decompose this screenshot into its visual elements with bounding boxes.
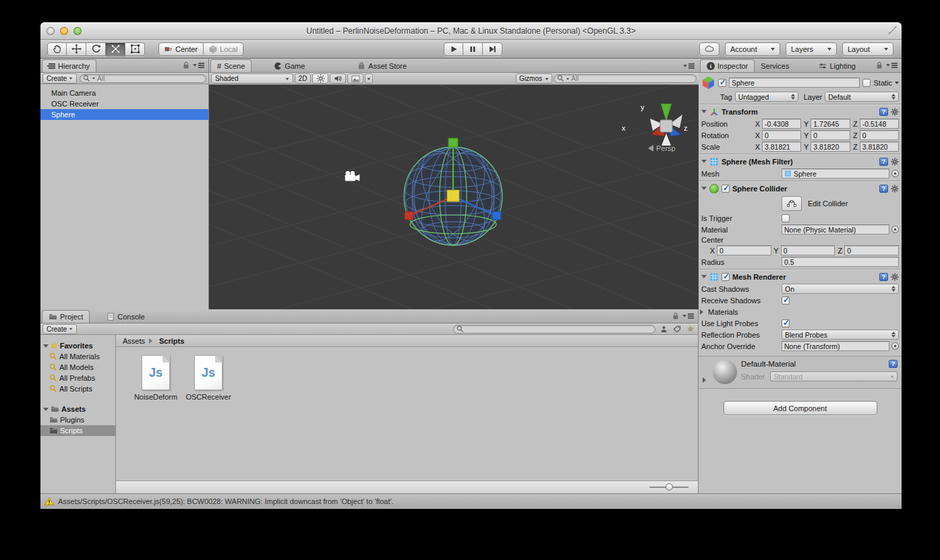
lock-icon[interactable] xyxy=(672,312,679,320)
panel-menu-icon[interactable] xyxy=(682,313,694,319)
file-oscreceiver[interactable]: Js OSCReceiver xyxy=(183,355,233,401)
reflection-probes-dropdown[interactable]: Blend Probes xyxy=(782,330,899,340)
effects-dropdown[interactable] xyxy=(365,73,373,84)
center-z-field[interactable]: 0 xyxy=(844,245,899,255)
favorites-filter-button[interactable]: ★ xyxy=(685,324,696,334)
add-component-button[interactable]: Add Component xyxy=(724,401,877,415)
rotation-z-field[interactable]: 0 xyxy=(860,130,899,140)
titlebar[interactable]: Untitled – PerlinNoiseDeformation – PC, … xyxy=(40,22,902,40)
2d-toggle-button[interactable]: 2D xyxy=(295,73,311,84)
position-x-field[interactable]: -0.4308 xyxy=(762,119,801,129)
foldout-open-icon[interactable] xyxy=(701,110,707,116)
rotate-tool-button[interactable] xyxy=(86,42,106,56)
tree-item-all-scripts[interactable]: All Scripts xyxy=(40,383,115,394)
status-bar[interactable]: Assets/Scripts/OSCReceiver.js(59,25): BC… xyxy=(40,493,902,508)
scene-audio-toggle[interactable] xyxy=(330,73,346,84)
static-checkbox[interactable] xyxy=(862,79,871,87)
help-icon[interactable] xyxy=(879,185,888,193)
help-icon[interactable] xyxy=(879,273,888,281)
scene-search-input[interactable]: All xyxy=(554,74,697,83)
cloud-services-button[interactable] xyxy=(699,42,719,56)
hierarchy-item-sphere[interactable]: Sphere xyxy=(40,109,208,120)
tab-game[interactable]: Game xyxy=(268,59,311,72)
project-create-button[interactable]: Create xyxy=(42,324,77,334)
perspective-toggle[interactable]: Persp xyxy=(645,144,676,152)
breadcrumb-current[interactable]: Scripts xyxy=(159,337,184,345)
materials-row[interactable]: Materials xyxy=(699,306,902,317)
tab-lighting[interactable]: Lighting xyxy=(813,59,862,72)
axis-x-label[interactable]: x xyxy=(622,124,626,132)
object-picker-icon[interactable] xyxy=(891,226,899,233)
space-local-button[interactable]: Local xyxy=(204,42,243,56)
breadcrumb-root[interactable]: Assets xyxy=(123,337,145,345)
layer-dropdown[interactable]: Default xyxy=(825,92,899,102)
cast-shadows-dropdown[interactable]: On xyxy=(782,284,899,294)
foldout-closed-icon[interactable] xyxy=(703,377,709,383)
foldout-open-icon[interactable] xyxy=(701,160,707,166)
renderer-enabled-checkbox[interactable] xyxy=(722,273,730,281)
layout-dropdown[interactable]: Layout xyxy=(842,42,893,56)
transform-header[interactable]: Transform xyxy=(699,104,902,118)
account-dropdown[interactable]: Account xyxy=(725,42,780,56)
search-by-type-button[interactable] xyxy=(658,324,669,334)
radius-field[interactable]: 0.5 xyxy=(782,257,899,267)
collider-enabled-checkbox[interactable] xyxy=(722,185,730,193)
zoom-slider[interactable] xyxy=(649,487,688,488)
zoom-slider-thumb[interactable] xyxy=(666,483,673,491)
foldout-open-icon[interactable] xyxy=(701,187,707,193)
help-icon[interactable] xyxy=(879,158,888,166)
physic-material-field[interactable]: None (Physic Material) xyxy=(782,224,889,235)
tree-item-favorites[interactable]: ★ Favorites xyxy=(40,340,115,351)
hierarchy-search-input[interactable]: All xyxy=(80,74,206,83)
edit-collider-button[interactable] xyxy=(782,196,802,211)
tab-project[interactable]: Project xyxy=(42,310,90,323)
gear-icon[interactable] xyxy=(891,108,899,116)
tab-scene[interactable]: Scene xyxy=(210,59,252,72)
receive-shadows-checkbox[interactable] xyxy=(782,297,790,305)
center-x-field[interactable]: 0 xyxy=(717,245,771,255)
project-search-input[interactable] xyxy=(453,325,655,334)
sphere-collider-header[interactable]: Sphere Collider xyxy=(699,181,902,195)
panel-menu-icon[interactable] xyxy=(683,63,695,69)
draw-mode-dropdown[interactable]: Shaded xyxy=(211,73,293,84)
anchor-override-field[interactable]: None (Transform) xyxy=(782,341,889,351)
gear-icon[interactable] xyxy=(891,273,899,281)
tag-dropdown[interactable]: Untagged xyxy=(735,92,798,102)
help-icon[interactable] xyxy=(889,360,898,368)
pivot-center-button[interactable]: Center xyxy=(158,42,204,56)
tab-inspector[interactable]: Inspector xyxy=(700,59,755,72)
axis-z-label[interactable]: z xyxy=(684,124,688,132)
tree-item-plugins[interactable]: Plugins xyxy=(40,414,115,425)
panel-menu-icon[interactable] xyxy=(193,62,204,69)
gear-icon[interactable] xyxy=(891,185,899,193)
scale-z-field[interactable]: 3.81820 xyxy=(860,142,899,152)
foldout-open-icon[interactable] xyxy=(43,408,49,414)
tree-item-all-materials[interactable]: All Materials xyxy=(40,351,115,362)
scene-viewport[interactable]: y x z Persp xyxy=(209,85,699,309)
panel-menu-icon[interactable] xyxy=(886,62,898,69)
scene-lighting-toggle[interactable] xyxy=(312,73,328,84)
rotation-y-field[interactable]: 0 xyxy=(811,130,850,140)
is-trigger-checkbox[interactable] xyxy=(782,214,790,222)
center-y-field[interactable]: 0 xyxy=(781,245,835,255)
hand-tool-button[interactable] xyxy=(47,42,67,56)
hierarchy-item-osc-receiver[interactable]: OSC Receiver xyxy=(40,98,208,109)
tree-item-scripts[interactable]: Scripts xyxy=(40,425,115,436)
pause-button[interactable] xyxy=(463,42,483,56)
hierarchy-create-button[interactable]: Create xyxy=(42,73,77,84)
hierarchy-item-main-camera[interactable]: Main Camera xyxy=(40,88,208,98)
tree-item-all-models[interactable]: All Models xyxy=(40,362,115,373)
shader-dropdown[interactable]: Standard xyxy=(770,371,898,381)
move-tool-button[interactable] xyxy=(67,42,86,56)
scale-tool-button[interactable] xyxy=(106,42,125,56)
step-button[interactable] xyxy=(483,42,502,56)
gameobject-name-field[interactable]: Sphere xyxy=(729,77,860,88)
gear-icon[interactable] xyxy=(891,158,899,166)
files-area[interactable]: Js NoiseDeform Js OSCReceiver xyxy=(116,347,698,480)
file-noisedeform[interactable]: Js NoiseDeform xyxy=(131,355,181,401)
position-y-field[interactable]: 1.72645 xyxy=(811,119,850,129)
search-by-label-button[interactable] xyxy=(672,324,682,334)
foldout-closed-icon[interactable] xyxy=(700,309,706,315)
tab-hierarchy[interactable]: Hierarchy xyxy=(42,59,96,72)
tab-asset-store[interactable]: Asset Store xyxy=(351,59,413,72)
